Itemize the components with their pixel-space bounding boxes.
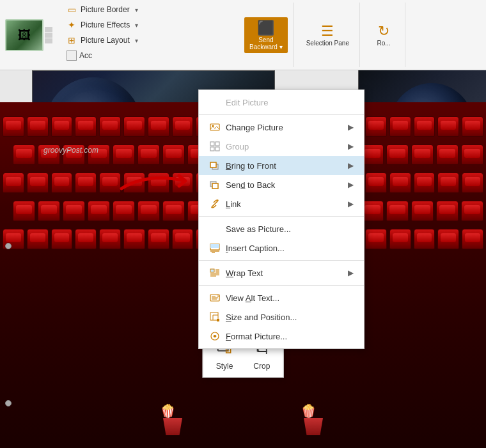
seat [38, 201, 60, 221]
save-as-picture-icon [209, 223, 221, 235]
seat [461, 201, 483, 221]
rotate-label: Ro... [377, 40, 390, 47]
seat [172, 229, 194, 249]
selection-pane-group: ☰ Selection Pane [296, 3, 360, 67]
ctx-edit-picture[interactable]: Edit Picture [199, 93, 364, 112]
thumb-scroll-down[interactable] [45, 33, 52, 38]
ctx-group[interactable]: Group ▶ [199, 137, 364, 156]
seat [13, 144, 35, 165]
popcorn-2 [301, 403, 326, 435]
seat [361, 201, 384, 221]
change-picture-icon [209, 121, 221, 133]
thumbnail-1[interactable] [5, 19, 43, 51]
seat [361, 144, 384, 165]
seat [462, 173, 483, 193]
ctx-change-picture[interactable]: Change Picture ▶ [199, 118, 364, 137]
ctx-bring-to-front-label: Bring to Front [226, 161, 343, 171]
ctx-insert-caption-label: Insert Caption... [226, 243, 354, 253]
rotate-icon: ↻ [378, 23, 389, 40]
ribbon-thumb-area [0, 0, 58, 70]
svg-rect-28 [217, 319, 219, 321]
scroll-dot-1 [5, 243, 12, 249]
bottom-content [160, 403, 326, 435]
ctx-save-as-picture[interactable]: Save as Picture... [199, 219, 364, 238]
send-backward-label: SendBackward ▾ [249, 36, 283, 50]
seat [148, 229, 169, 249]
link-icon [209, 198, 221, 210]
seat [172, 116, 194, 137]
seat [437, 116, 459, 137]
seat [148, 116, 169, 137]
ctx-wrap-text-arrow: ▶ [348, 268, 354, 277]
style-label: Style [216, 362, 233, 371]
svg-point-32 [214, 335, 216, 337]
ctx-link-arrow: ▶ [348, 199, 354, 208]
seat [51, 173, 73, 193]
acc-area: Acc [63, 49, 231, 63]
send-to-back-icon [209, 179, 221, 190]
context-menu: Edit Picture Change Picture ▶ [198, 89, 364, 349]
picture-effects-arrow: ▾ [135, 22, 138, 29]
seat [414, 116, 435, 137]
ribbon: ▭ Picture Border ▾ ✦ Picture Effects ▾ ⊞… [0, 0, 486, 70]
rotate-btn[interactable]: ↻ Ro... [368, 20, 400, 49]
seat [436, 144, 459, 165]
popcorn-1 [160, 403, 185, 435]
ctx-edit-picture-label: Edit Picture [226, 98, 354, 107]
seat [75, 173, 97, 193]
seat [75, 116, 97, 137]
seat [365, 173, 387, 193]
format-picture-icon [209, 330, 221, 342]
ctx-bring-to-front[interactable]: Bring to Front ▶ [199, 156, 364, 175]
ctx-wrap-text[interactable]: Wrap Text ▶ [199, 263, 364, 282]
seat [99, 116, 121, 137]
ctx-view-alt-text[interactable]: ALT View Alt Text... [199, 288, 364, 307]
acc-label: Acc [79, 51, 92, 60]
acc-checkbox[interactable] [67, 50, 77, 61]
selection-pane-btn[interactable]: ☰ Selection Pane [301, 20, 354, 49]
rotate-group: ↻ Ro... [363, 3, 405, 67]
svg-rect-4 [210, 147, 214, 151]
wrap-text-icon [209, 267, 221, 279]
seat [386, 144, 409, 165]
ctx-insert-caption[interactable]: Insert Caption... [199, 238, 364, 258]
ctx-format-picture[interactable]: Format Picture... [199, 327, 364, 346]
send-backward-btn[interactable]: ⬛ SendBackward ▾ [244, 17, 288, 53]
seat [162, 201, 185, 221]
ctx-size-position-label: Size and Position... [226, 313, 354, 322]
seat [414, 229, 435, 249]
seat [389, 173, 411, 193]
thumb-scroll-up[interactable] [45, 27, 52, 32]
send-backward-group: ⬛ SendBackward ▾ [239, 3, 294, 67]
insert-caption-icon [209, 242, 221, 254]
ctx-separator-1 [199, 114, 364, 115]
ctx-send-to-back[interactable]: Send to Back ▶ [199, 175, 364, 194]
seat [113, 201, 135, 221]
svg-text:ALT: ALT [217, 294, 220, 298]
seat [137, 201, 160, 221]
ctx-group-label: Group [226, 142, 343, 151]
picture-effects-btn[interactable]: ✦ Picture Effects ▾ [63, 18, 231, 32]
seat [63, 201, 85, 221]
seat [137, 144, 160, 165]
spacer [224, 403, 262, 429]
crop-label: Crop [253, 362, 270, 371]
ctx-view-alt-text-label: View Alt Text... [226, 293, 354, 303]
ctx-change-picture-arrow: ▶ [348, 123, 354, 132]
scroll-dot-2 [5, 400, 12, 406]
picture-border-icon: ▭ [67, 4, 77, 15]
red-arrow [115, 169, 198, 195]
picture-layout-label: Picture Layout [81, 36, 130, 45]
ctx-separator-2 [199, 216, 364, 217]
picture-layout-btn[interactable]: ⊞ Picture Layout ▾ [63, 33, 231, 47]
seat [437, 173, 459, 193]
thumb-scroll-more[interactable] [45, 38, 52, 43]
ctx-size-position[interactable]: Size and Position... [199, 307, 364, 327]
seat [436, 201, 459, 221]
ctx-format-picture-label: Format Picture... [226, 332, 354, 341]
ctx-save-as-picture-label: Save as Picture... [226, 224, 354, 234]
ctx-link[interactable]: Link ▶ [199, 194, 364, 213]
selection-pane-icon: ☰ [321, 23, 334, 40]
picture-border-btn[interactable]: ▭ Picture Border ▾ [63, 3, 231, 17]
seat [365, 229, 387, 249]
